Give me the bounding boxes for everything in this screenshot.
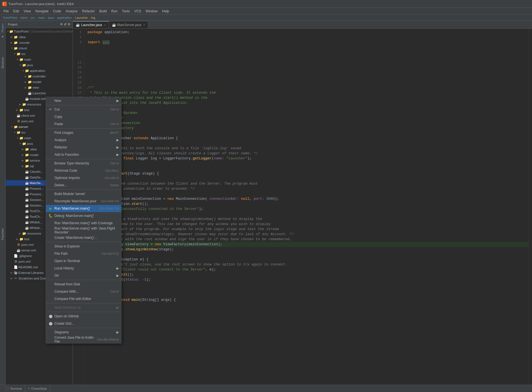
cm-build-module[interactable]: Build Module 'server' <box>46 190 121 198</box>
cm-run-jfr[interactable]: Run 'MainServer.main()' with 'Java Fligh… <box>46 227 121 234</box>
cm-add-favorites[interactable]: Add to Favorites ▶ <box>46 151 121 158</box>
tree-item-controller[interactable]: ▶ 📁 controller <box>6 74 73 79</box>
cm-local-history[interactable]: Local History ▶ <box>46 265 121 272</box>
server-resources-icon: 📁 <box>22 231 26 235</box>
cm-sep5 <box>46 242 121 242</box>
cm-run-jfr-label: Run 'MainServer.main()' with 'Java Fligh… <box>54 226 119 234</box>
breadcrumb-application[interactable]: application <box>57 16 72 19</box>
tree-item-launcher[interactable]: ▶ ☕ Launcher <box>6 90 73 96</box>
tree-label-server-main: main <box>24 136 31 140</box>
menu-file[interactable]: File <box>1 9 11 14</box>
tree-item-model[interactable]: ▶ 📁 model <box>6 79 73 85</box>
cm-compare-with[interactable]: Compare With... Ctrl+D <box>46 288 121 295</box>
tree-item-view[interactable]: ▶ 📁 view <box>6 85 73 90</box>
tree-label-mainse: MainSe... <box>30 181 43 185</box>
cm-debug-main[interactable]: 🐛 Debug 'MainServer.main()' <box>46 212 121 219</box>
cm-create-main[interactable]: Create 'MainServer.main()'... <box>46 234 121 241</box>
cm-recompile[interactable]: Recompile 'MainServer.java' Ctrl+Shift+F… <box>46 198 121 205</box>
cm-new-label: New <box>54 99 116 103</box>
test-folder-icon: 📁 <box>19 108 24 112</box>
breadcrumb-main[interactable]: main <box>38 16 45 19</box>
cm-cut-shortcut: Ctrl+X <box>110 108 119 111</box>
present1-icon: ☕ <box>25 187 29 191</box>
cm-add-favorites-arrow: ▶ <box>116 153 119 157</box>
code-editor[interactable]: 1 2 3 11 12 13 14 15 16 17 18 19 20 21 2… <box>73 29 532 392</box>
bottom-tab-checkstyle[interactable]: ✓ CheckStyle <box>25 385 50 392</box>
menu-run[interactable]: Run <box>109 9 120 14</box>
cm-open-github[interactable]: ⬤ Open on GitHub <box>46 313 121 320</box>
cm-open-terminal[interactable]: Open in Terminal <box>46 257 121 265</box>
menu-vcs[interactable]: VCS <box>132 9 144 14</box>
menu-window[interactable]: Window <box>143 9 160 14</box>
cm-run-main[interactable]: ▶ Run 'MainServer.main()' Ctrl+Shift+F10 <box>46 205 121 212</box>
tree-item-main[interactable]: ▼ 📁 main <box>6 57 73 62</box>
menu-edit[interactable]: Edit <box>11 9 21 14</box>
cm-paste[interactable]: Paste Ctrl+V <box>46 120 121 128</box>
cm-run-coverage[interactable]: Run 'MainServer.main()' with Coverage <box>46 219 121 227</box>
menu-refactor[interactable]: Refactor <box>80 9 97 14</box>
tab-mainserver-close[interactable]: ✕ <box>143 23 145 26</box>
cm-git[interactable]: Git ▶ <box>46 272 121 279</box>
cm-show-explorer[interactable]: Show in Explorer <box>46 243 121 250</box>
cm-new[interactable]: New ▶ <box>46 97 121 104</box>
tree-label-datase: DataSe... <box>30 176 43 179</box>
cm-cut[interactable]: ✂ Cut Ctrl+X <box>46 106 121 113</box>
menu-build[interactable]: Build <box>97 9 109 14</box>
cm-find-usages[interactable]: Find Usages Alt+F7 <box>46 129 121 136</box>
bottom-tab-terminal[interactable]: ⬛ Terminal <box>2 385 25 392</box>
cm-copy[interactable]: Copy <box>46 113 121 120</box>
cm-refactor[interactable]: Refactor ▶ <box>46 144 121 151</box>
project-settings-icon[interactable]: ⚙ <box>60 22 63 26</box>
tree-item-client[interactable]: ▼ 📁 client <box>6 45 73 51</box>
cm-file-path[interactable]: File Path Ctrl+Alt+F12 <box>46 250 121 257</box>
mainse-icon: ☕ <box>25 181 29 185</box>
controller-folder-icon: 📁 <box>27 74 32 78</box>
cm-delete[interactable]: Delete... Delete <box>46 182 121 189</box>
menu-help[interactable]: Help <box>160 9 171 14</box>
cm-compare-editor-label: Compare File with Editor <box>54 297 119 301</box>
tab-mainserver[interactable]: ☕ MainServer.java ✕ <box>109 21 148 28</box>
cm-create-gist[interactable]: ⬤ Create Gist... <box>46 320 121 327</box>
tree-item-tutorpoint[interactable]: ▼ 📁 TutorPoint C:\Users\there\Documents\… <box>6 29 73 34</box>
cm-mark-directory[interactable]: Mark Directory as ▶ <box>46 304 121 311</box>
tree-item-src[interactable]: ▼ 📁 src <box>6 51 73 57</box>
menu-navigate[interactable]: Navigate <box>33 9 51 14</box>
cm-convert-kotlin[interactable]: Convert Java File to Kotlin File Ctrl+Al… <box>46 336 121 343</box>
sidebar-favorites-icon[interactable]: ★ <box>0 34 5 39</box>
tree-item-java[interactable]: ▼ 📁 java <box>6 62 73 68</box>
breadcrumb-java[interactable]: java <box>48 16 54 19</box>
cm-analyze[interactable]: Analyze ▶ <box>46 136 121 144</box>
tab-launcher-close[interactable]: ✕ <box>104 24 106 27</box>
breadcrumb-src[interactable]: src <box>31 16 35 19</box>
tab-mainserver-label: MainServer.java <box>117 23 141 27</box>
cm-compare-editor[interactable]: Compare File with Editor <box>46 295 121 302</box>
tree-label-service: service <box>30 159 40 162</box>
menu-tools[interactable]: Tools <box>120 9 132 14</box>
menu-code[interactable]: Code <box>51 9 63 14</box>
tree-item-application[interactable]: ▼ 📁 application <box>6 68 73 74</box>
cm-browse-hierarchy-shortcut: Ctrl+H <box>110 162 119 165</box>
project-gear-icon[interactable]: ⚙ <box>68 22 70 26</box>
tab-launcher[interactable]: ☕ Launcher.java ✕ <box>73 21 109 28</box>
server-xml-icon: ☕ <box>16 248 21 252</box>
tree-arrow-idea: ▶ <box>11 36 13 38</box>
scratches-icon: ✏ <box>13 276 18 280</box>
breadcrumb-launcher[interactable]: Launcher <box>75 16 88 19</box>
cm-optimize[interactable]: Optimize Imports Ctrl+Alt+O <box>46 174 121 182</box>
breadcrumb-project[interactable]: TutorPoint <box>3 16 17 19</box>
cm-browse-hierarchy[interactable]: Browse Type Hierarchy Ctrl+H <box>46 160 121 167</box>
cm-reformat[interactable]: Reformat Code Ctrl+Alt+L <box>46 167 121 174</box>
tree-item-vscode[interactable]: ▶ 📁 .vscode <box>6 40 73 45</box>
breadcrumb-client[interactable]: client <box>20 16 27 19</box>
server-idea-icon: 📁 <box>25 147 29 151</box>
breadcrumb-log[interactable]: log <box>91 16 95 19</box>
cm-reload[interactable]: Reload from Disk <box>46 281 121 288</box>
cm-diagrams[interactable]: Diagrams ▶ <box>46 329 121 336</box>
cm-sep1 <box>46 105 121 105</box>
menu-analyze[interactable]: Analyze <box>63 9 80 14</box>
menu-view[interactable]: View <box>21 9 33 14</box>
tree-label-controller: controller <box>33 75 46 78</box>
tree-label-whiteb1: Whiteb... <box>30 221 42 224</box>
project-sync-icon[interactable]: ⇄ <box>64 22 66 26</box>
tree-item-idea[interactable]: ▶ 📁 .idea <box>6 34 73 40</box>
